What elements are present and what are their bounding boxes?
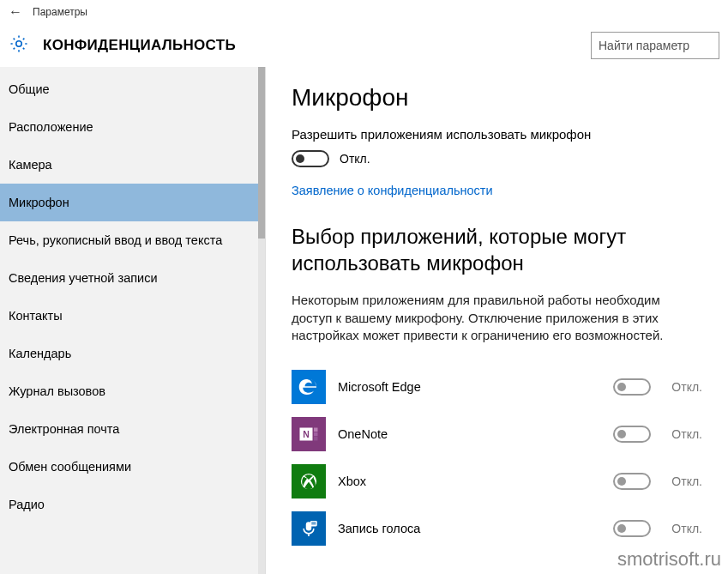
toggle-knob — [617, 477, 626, 486]
permission-label: Разрешить приложениям использовать микро… — [292, 127, 702, 142]
app-toggle-voice[interactable] — [613, 520, 651, 537]
svg-rect-3 — [314, 427, 318, 432]
sidebar-item-calendar[interactable]: Календарь — [0, 335, 265, 372]
sidebar-scrollbar-thumb[interactable] — [258, 67, 265, 239]
svg-rect-8 — [310, 521, 317, 527]
app-toggle-state: Откл. — [671, 380, 702, 394]
app-row-xbox: Xbox Откл. — [292, 457, 702, 505]
section-heading: Микрофон — [292, 84, 702, 112]
app-toggle-state: Откл. — [671, 522, 702, 535]
app-toggle-xbox[interactable] — [613, 473, 651, 490]
sidebar-item-contacts[interactable]: Контакты — [0, 297, 265, 335]
sidebar-item-speech[interactable]: Речь, рукописный ввод и ввод текста — [0, 221, 265, 259]
sidebar-item-radio[interactable]: Радио — [0, 486, 265, 523]
gear-icon — [9, 33, 33, 57]
page-title: КОНФИДЕНЦИАЛЬНОСТЬ — [43, 37, 591, 54]
onenote-icon: N — [292, 417, 326, 451]
sidebar: Общие Расположение Камера Микрофон Речь,… — [0, 67, 266, 574]
app-row-onenote: N OneNote Откл. — [292, 410, 702, 457]
sidebar-item-location[interactable]: Расположение — [0, 108, 265, 146]
privacy-statement-link[interactable]: Заявление о конфиденциальности — [292, 184, 493, 197]
apps-heading: Выбор приложений, которые могут использо… — [292, 223, 702, 276]
microphone-master-toggle[interactable] — [292, 150, 329, 167]
svg-point-0 — [16, 41, 21, 46]
sidebar-item-call-history[interactable]: Журнал вызовов — [0, 372, 265, 410]
toggle-knob — [617, 430, 626, 438]
sidebar-scrollbar[interactable] — [258, 67, 265, 574]
app-row-voice: Запись голоса Откл. — [292, 505, 702, 552]
toggle-knob — [617, 524, 626, 533]
app-name-label: Microsoft Edge — [338, 380, 613, 394]
edge-icon — [292, 370, 326, 404]
svg-text:N: N — [303, 428, 310, 438]
toggle-knob — [617, 383, 626, 391]
back-arrow-icon[interactable]: ← — [9, 4, 33, 20]
sidebar-item-general[interactable]: Общие — [0, 70, 265, 108]
app-toggle-state: Откл. — [671, 427, 702, 441]
toggle-knob — [296, 154, 304, 163]
microphone-master-toggle-state: Откл. — [340, 152, 370, 166]
sidebar-item-microphone[interactable]: Микрофон — [0, 184, 265, 221]
sidebar-item-camera[interactable]: Камера — [0, 146, 265, 184]
content-panel: Микрофон Разрешить приложениям использов… — [266, 67, 728, 574]
watermark: smotrisoft.ru — [617, 548, 721, 571]
search-input[interactable]: Найти параметр — [591, 32, 719, 59]
app-title: Параметры — [33, 6, 87, 18]
app-name-label: OneNote — [338, 427, 613, 441]
svg-rect-4 — [314, 432, 318, 436]
voice-recorder-icon — [292, 511, 326, 546]
app-name-label: Запись голоса — [338, 522, 613, 535]
sidebar-item-account[interactable]: Сведения учетной записи — [0, 259, 265, 297]
apps-description: Некоторым приложениям для правильной раб… — [292, 292, 702, 344]
sidebar-item-email[interactable]: Электронная почта — [0, 410, 265, 448]
app-toggle-onenote[interactable] — [613, 426, 651, 443]
svg-rect-5 — [314, 437, 318, 441]
search-placeholder: Найти параметр — [599, 39, 689, 52]
sidebar-item-messaging[interactable]: Обмен сообщениями — [0, 448, 265, 486]
app-row-edge: Microsoft Edge Откл. — [292, 363, 702, 410]
app-toggle-state: Откл. — [671, 474, 702, 488]
app-name-label: Xbox — [338, 474, 613, 488]
app-toggle-edge[interactable] — [613, 378, 651, 396]
xbox-icon — [292, 464, 326, 498]
